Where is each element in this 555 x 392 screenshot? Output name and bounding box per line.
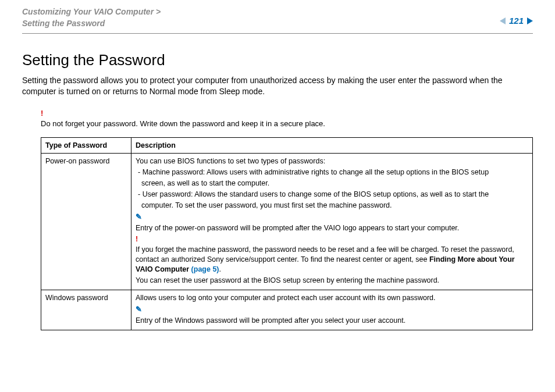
bang-icon: ! bbox=[41, 108, 533, 119]
table-row: Windows password Allows users to log ont… bbox=[41, 290, 533, 330]
prev-page-icon[interactable] bbox=[500, 17, 506, 24]
desc-line: - Machine password: Allows users with ad… bbox=[136, 168, 528, 177]
note-text: Entry of the power-on password will be p… bbox=[136, 223, 528, 233]
th-desc: Description bbox=[131, 137, 533, 154]
bang-icon: ! bbox=[136, 235, 138, 243]
top-warning-text: Do not forget your password. Write down … bbox=[41, 119, 533, 129]
password-table: Type of Password Description Power-on pa… bbox=[41, 137, 533, 330]
desc-line: You can use BIOS functions to set two ty… bbox=[136, 156, 528, 166]
breadcrumb-sep: > bbox=[156, 7, 161, 16]
desc-line: - User password: Allows the standard use… bbox=[136, 190, 528, 199]
page-title: Setting the Password bbox=[22, 50, 533, 70]
th-type: Type of Password bbox=[41, 137, 131, 154]
note-text: Entry of the Windows password will be pr… bbox=[136, 316, 528, 326]
page-number: 121 bbox=[509, 15, 524, 27]
warn-dot: . bbox=[219, 265, 221, 273]
desc-line: Allows users to log onto your computer a… bbox=[136, 293, 528, 303]
breadcrumb-page: Setting the Password bbox=[22, 19, 105, 28]
note-icon: ✎ bbox=[136, 305, 142, 313]
page-link[interactable]: (page 5) bbox=[191, 265, 219, 273]
cell-desc: You can use BIOS functions to set two ty… bbox=[131, 154, 533, 290]
table-row: Power-on password You can use BIOS funct… bbox=[41, 154, 533, 290]
page-nav: 121 bbox=[500, 6, 533, 27]
intro-text: Setting the password allows you to prote… bbox=[22, 75, 533, 97]
desc-line: screen, as well as to start the computer… bbox=[136, 179, 528, 188]
warn-text: If you forget the machine password, the … bbox=[136, 245, 528, 275]
desc-line: computer. To set the user password, you … bbox=[136, 201, 528, 211]
cell-type: Windows password bbox=[41, 290, 131, 330]
top-warning: ! Do not forget your password. Write dow… bbox=[41, 108, 533, 129]
breadcrumb: Customizing Your VAIO Computer > Setting… bbox=[22, 6, 161, 30]
page-header: Customizing Your VAIO Computer > Setting… bbox=[22, 6, 533, 34]
note-icon: ✎ bbox=[136, 212, 142, 221]
breadcrumb-section: Customizing Your VAIO Computer bbox=[22, 7, 154, 16]
cell-desc: Allows users to log onto your computer a… bbox=[131, 290, 533, 330]
warn-text: You can reset the user password at the B… bbox=[136, 276, 528, 286]
next-page-icon[interactable] bbox=[527, 17, 533, 24]
cell-type: Power-on password bbox=[41, 154, 131, 290]
